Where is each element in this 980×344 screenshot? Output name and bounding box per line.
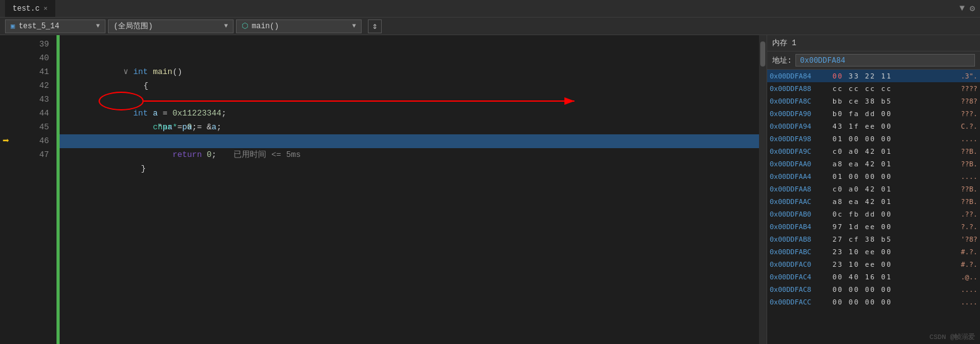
memory-address-bar: 地址: <box>767 51 980 70</box>
line-number: 47 <box>19 148 49 162</box>
file-selector-dropdown[interactable]: ▣ test_5_14 ▼ <box>5 19 105 33</box>
function-icon: ⬡ <box>242 21 248 31</box>
main-area: ➡ 39 40 41 42 43 44 45 46 47 <box>0 35 980 344</box>
memory-row-10: 0x00DDFAAC a8 ea 42 01 ??B. <box>767 195 980 208</box>
code-line-42: int a = 0x11223344; <box>60 79 759 93</box>
mem-addr-2: 0x00DDFA8C <box>770 97 832 105</box>
mem-bytes-10: a8 ea 42 01 <box>832 198 940 206</box>
code-line-43: char* pa = &a; <box>60 93 759 107</box>
mem-bytes-9: c0 a0 42 01 <box>832 185 940 193</box>
line-number: 41 <box>19 65 49 79</box>
scrollbar-thumb[interactable] <box>760 41 765 67</box>
toolbar: ▣ test_5_14 ▼ (全局范围) ▼ ⬡ main() ▼ ⇕ <box>0 18 980 35</box>
mem-ascii-12: ?.?. <box>940 223 977 231</box>
line-number: 43 <box>19 93 49 107</box>
mem-bytes-15: 23 10 ee 00 <box>832 261 940 269</box>
code-content[interactable]: ∨ int main() { int a = 0x11223344; char*… <box>60 35 759 344</box>
mem-addr-17: 0x00DDFAC8 <box>770 286 832 294</box>
mem-ascii-1: ???? <box>940 85 977 93</box>
mem-bytes-2: bb ce 38 b5 <box>832 97 940 105</box>
memory-row-1: 0x00DDFA88 cc cc cc cc ???? <box>767 82 980 95</box>
function-selector-dropdown[interactable]: ⬡ main() ▼ <box>236 19 362 33</box>
memory-row-17: 0x00DDFAC8 00 00 00 00 .... <box>767 283 980 296</box>
memory-row-3: 0x00DDFA90 b0 fa dd 00 ???. <box>767 107 980 120</box>
mem-bytes-16: 00 40 16 01 <box>832 273 940 281</box>
memory-row-6: 0x00DDFA9C c0 a0 42 01 ??B. <box>767 145 980 158</box>
mem-addr-14: 0x00DDFABC <box>770 248 832 256</box>
memory-title-label: 内存 1 <box>772 38 796 48</box>
mem-bytes-4: 43 1f ee 00 <box>832 122 940 131</box>
mem-ascii-7: ??B. <box>940 160 977 168</box>
mem-bytes-8: 01 00 00 00 <box>832 173 940 181</box>
line-number: 45 <box>19 121 49 134</box>
mem-bytes-12: 97 1d ee 00 <box>832 223 940 231</box>
tab-close-icon[interactable]: × <box>43 5 48 13</box>
editor-panel: ➡ 39 40 41 42 43 44 45 46 47 <box>0 35 767 344</box>
dropdown-icon[interactable]: ▼ <box>959 3 964 14</box>
tab-label: test.c <box>13 4 40 13</box>
line-number: 42 <box>19 79 49 93</box>
memory-row-9: 0x00DDFAA8 c0 a0 42 01 ??B. <box>767 183 980 195</box>
mem-ascii-13: '?8? <box>940 235 977 244</box>
mem-addr-13: 0x00DDFAB8 <box>770 235 832 244</box>
mem-bytes-1: cc cc cc cc <box>832 85 940 93</box>
mem-bytes-14: 23 10 ee 00 <box>832 248 940 256</box>
mem-addr-10: 0x00DDFAAC <box>770 198 832 206</box>
mem-ascii-3: ???. <box>940 110 977 118</box>
code-area: ➡ 39 40 41 42 43 44 45 46 47 <box>0 35 767 344</box>
memory-table[interactable]: 0x00DDFA84 00 33 22 11 .3". 0x00DDFA88 c… <box>767 70 980 344</box>
memory-row-18: 0x00DDFACC 00 00 00 00 .... <box>767 296 980 308</box>
memory-row-7: 0x00DDFAA0 a8 ea 42 01 ??B. <box>767 158 980 170</box>
line-numbers: 39 40 41 42 43 44 45 46 47 <box>19 35 57 344</box>
mem-ascii-0: .3". <box>940 72 977 80</box>
mem-addr-5: 0x00DDFA98 <box>770 135 832 143</box>
mem-ascii-2: ??8? <box>940 97 977 105</box>
memory-row-8: 0x00DDFAA4 01 00 00 00 .... <box>767 170 980 183</box>
mem-addr-6: 0x00DDFA9C <box>770 148 832 156</box>
mem-ascii-16: .@.. <box>940 273 977 281</box>
address-input[interactable] <box>795 54 975 67</box>
watermark: CSDN @帧溺爱 <box>929 332 975 341</box>
memory-panel: 内存 1 地址: 0x00DDFA84 00 33 22 11 .3". 0x0… <box>767 35 980 344</box>
title-bar: test.c × ▼ ⚙ <box>0 0 980 18</box>
mem-bytes-6: c0 a0 42 01 <box>832 148 940 156</box>
mem-ascii-9: ??B. <box>940 185 977 193</box>
mem-addr-7: 0x00DDFAA0 <box>770 160 832 168</box>
memory-row-12: 0x00DDFAB4 97 1d ee 00 ?.?. <box>767 220 980 233</box>
mem-ascii-6: ??B. <box>940 148 977 156</box>
mem-addr-18: 0x00DDFACC <box>770 298 832 306</box>
function-selector-arrow: ▼ <box>352 23 356 30</box>
mem-bytes-3: b0 fa dd 00 <box>832 110 940 118</box>
mem-addr-15: 0x00DDFAC0 <box>770 261 832 269</box>
mem-bytes-17: 00 00 00 00 <box>832 286 940 294</box>
line-number: 39 <box>19 38 49 51</box>
mem-addr-16: 0x00DDFAC4 <box>770 273 832 281</box>
mem-addr-9: 0x00DDFAA8 <box>770 185 832 193</box>
mem-ascii-10: ??B. <box>940 198 977 206</box>
memory-row-0: 0x00DDFA84 00 33 22 11 .3". <box>767 70 980 82</box>
code-line-40: ∨ int main() <box>60 51 759 65</box>
memory-row-16: 0x00DDFAC4 00 40 16 01 .@.. <box>767 271 980 283</box>
memory-row-15: 0x00DDFAC0 23 10 ee 00 #.?. <box>767 258 980 271</box>
mem-ascii-14: #.?. <box>940 248 977 256</box>
mem-addr-3: 0x00DDFA90 <box>770 110 832 118</box>
memory-row-2: 0x00DDFA8C bb ce 38 b5 ??8? <box>767 95 980 107</box>
mem-addr-1: 0x00DDFA88 <box>770 85 832 93</box>
mem-addr-4: 0x00DDFA94 <box>770 122 832 131</box>
memory-title: 内存 1 <box>767 35 980 51</box>
scope-selector-dropdown[interactable]: (全局范围) ▼ <box>108 19 234 33</box>
settings-icon[interactable]: ⚙ <box>970 3 975 14</box>
file-selector-label: test_5_14 <box>19 22 60 31</box>
file-tab[interactable]: test.c × <box>5 0 55 17</box>
file-selector-icon: ▣ <box>11 22 15 30</box>
editor-scrollbar[interactable] <box>759 35 767 344</box>
debug-margin: ➡ <box>0 35 19 344</box>
scope-selector-arrow: ▼ <box>224 23 228 30</box>
mem-bytes-18: 00 00 00 00 <box>832 298 940 306</box>
scroll-toggle-icon: ⇕ <box>372 21 377 31</box>
function-selector-label: main() <box>252 22 279 31</box>
mem-ascii-18: .... <box>940 298 977 306</box>
scroll-toggle-button[interactable]: ⇕ <box>368 19 382 33</box>
mem-bytes-0: 00 33 22 11 <box>832 72 940 80</box>
mem-ascii-8: .... <box>940 173 977 181</box>
